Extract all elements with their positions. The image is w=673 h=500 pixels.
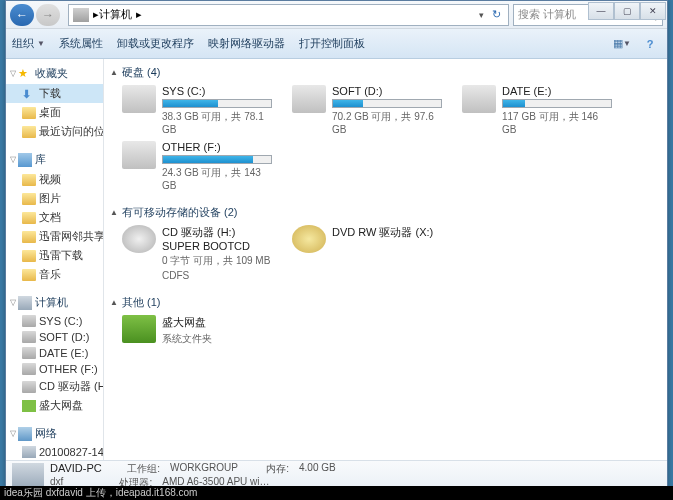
sidebar-item-music[interactable]: 音乐	[6, 265, 103, 284]
view-options-button[interactable]: ▦▼	[611, 33, 633, 55]
drive-icon	[22, 363, 36, 375]
drive-status: 0 字节 可用，共 109 MB	[162, 254, 272, 268]
picture-icon	[22, 193, 36, 205]
drive-name: 盛大网盘	[162, 315, 272, 330]
organize-button[interactable]: 组织▼	[12, 36, 45, 51]
drive-fs: CDFS	[162, 270, 272, 281]
drive-icon	[22, 315, 36, 327]
arrow-left-icon: ←	[16, 8, 28, 22]
library-icon	[18, 153, 32, 167]
chevron-down-icon: ▲	[110, 208, 118, 217]
sidebar-item-downloads[interactable]: ⬇下载	[6, 84, 103, 103]
address-path: 计算机	[99, 7, 132, 22]
group-other-header[interactable]: ▲其他 (1)	[104, 289, 667, 313]
computer-icon	[73, 8, 89, 22]
sidebar-computer-header[interactable]: ▽计算机	[6, 292, 103, 313]
maximize-button[interactable]: ▢	[614, 2, 640, 20]
computer-icon	[12, 463, 44, 489]
drive-name: SOFT (D:)	[332, 85, 442, 97]
drive-icon	[292, 225, 326, 253]
nav-back-button[interactable]: ←	[10, 4, 34, 26]
star-icon: ★	[18, 67, 32, 81]
help-button[interactable]: ?	[639, 33, 661, 55]
drive-name: DVD RW 驱动器 (X:)	[332, 225, 442, 240]
sidebar-item-drive-e[interactable]: DATE (E:)	[6, 345, 103, 361]
cd-icon	[22, 381, 36, 393]
drive-icon	[122, 225, 156, 253]
capacity-bar	[502, 99, 612, 108]
drive-item[interactable]: OTHER (F:)24.3 GB 可用，共 143 GB	[122, 141, 272, 191]
drive-name: DATE (E:)	[502, 85, 612, 97]
group-removable-header[interactable]: ▲有可移动存储的设备 (2)	[104, 199, 667, 223]
sidebar-item-videos[interactable]: 视频	[6, 170, 103, 189]
view-icon: ▦	[613, 37, 623, 50]
minimize-button[interactable]: —	[588, 2, 614, 20]
drive-icon	[122, 85, 156, 113]
sidebar-item-documents[interactable]: 文档	[6, 208, 103, 227]
sidebar-item-xunlei-share[interactable]: 迅雷网邻共享	[6, 227, 103, 246]
titlebar: ← → ▸ 计算机 ▸ ▾ ↻ 搜索 计算机 🔍 — ▢ ✕	[6, 1, 667, 29]
drive-status: 38.3 GB 可用，共 78.1 GB	[162, 110, 272, 135]
address-dropdown-icon[interactable]: ▾	[474, 10, 488, 20]
nav-forward-button[interactable]: →	[36, 4, 60, 26]
explorer-window: ← → ▸ 计算机 ▸ ▾ ↻ 搜索 计算机 🔍 — ▢ ✕ 组织▼ 系统属性 …	[5, 0, 668, 490]
chevron-down-icon: ▲	[110, 68, 118, 77]
netdisk-icon	[22, 400, 36, 412]
group-hdd-header[interactable]: ▲硬盘 (4)	[104, 59, 667, 83]
capacity-bar	[162, 155, 272, 164]
drive-status: 70.2 GB 可用，共 97.6 GB	[332, 110, 442, 135]
drive-icon	[122, 141, 156, 169]
drive-icon	[22, 347, 36, 359]
sidebar-item-recent[interactable]: 最近访问的位置	[6, 122, 103, 141]
status-title: DAVID-PC	[50, 462, 102, 476]
capacity-bar	[332, 99, 442, 108]
video-icon	[22, 174, 36, 186]
sidebar-item-drive-c[interactable]: SYS (C:)	[6, 313, 103, 329]
drive-icon	[122, 315, 156, 343]
recent-icon	[22, 126, 36, 138]
chevron-down-icon: ▲	[110, 298, 118, 307]
drive-item[interactable]: CD 驱动器 (H:) SUPER BOOTCD0 字节 可用，共 109 MB…	[122, 225, 272, 281]
sidebar-item-desktop[interactable]: 桌面	[6, 103, 103, 122]
sidebar-item-drive-h[interactable]: CD 驱动器 (H:) S	[6, 377, 103, 396]
drive-item[interactable]: SYS (C:)38.3 GB 可用，共 78.1 GB	[122, 85, 272, 135]
sidebar-item-pictures[interactable]: 图片	[6, 189, 103, 208]
sidebar-item-drive-d[interactable]: SOFT (D:)	[6, 329, 103, 345]
drive-icon	[22, 331, 36, 343]
drive-item[interactable]: DVD RW 驱动器 (X:)	[292, 225, 442, 281]
folder-icon	[22, 231, 36, 243]
watermark: idea乐园 dxfdavid 上传，ideapad.it168.com	[0, 486, 673, 500]
drive-name: OTHER (F:)	[162, 141, 272, 153]
capacity-bar	[162, 99, 272, 108]
map-network-drive-button[interactable]: 映射网络驱动器	[208, 36, 285, 51]
sidebar-item-xunlei-dl[interactable]: 迅雷下载	[6, 246, 103, 265]
music-icon	[22, 269, 36, 281]
uninstall-programs-button[interactable]: 卸载或更改程序	[117, 36, 194, 51]
drive-name: CD 驱动器 (H:) SUPER BOOTCD	[162, 225, 272, 252]
download-icon: ⬇	[22, 88, 36, 100]
address-bar[interactable]: ▸ 计算机 ▸ ▾ ↻	[68, 4, 509, 26]
drive-icon	[462, 85, 496, 113]
sidebar-libraries-header[interactable]: ▽库	[6, 149, 103, 170]
open-control-panel-button[interactable]: 打开控制面板	[299, 36, 365, 51]
drive-status: 系统文件夹	[162, 332, 272, 346]
drive-item[interactable]: SOFT (D:)70.2 GB 可用，共 97.6 GB	[292, 85, 442, 135]
drive-name: SYS (C:)	[162, 85, 272, 97]
folder-icon	[22, 250, 36, 262]
drive-item[interactable]: 盛大网盘系统文件夹	[122, 315, 272, 346]
document-icon	[22, 212, 36, 224]
toolbar: 组织▼ 系统属性 卸载或更改程序 映射网络驱动器 打开控制面板 ▦▼ ?	[6, 29, 667, 59]
drive-item[interactable]: DATE (E:)117 GB 可用，共 146 GB	[462, 85, 612, 135]
sidebar-favorites-header[interactable]: ▽★收藏夹	[6, 63, 103, 84]
network-icon	[18, 427, 32, 441]
refresh-icon[interactable]: ↻	[488, 8, 504, 21]
content-pane: ▲硬盘 (4) SYS (C:)38.3 GB 可用，共 78.1 GB SOF…	[104, 59, 667, 460]
system-properties-button[interactable]: 系统属性	[59, 36, 103, 51]
sidebar-network-header[interactable]: ▽网络	[6, 423, 103, 444]
computer-icon	[18, 296, 32, 310]
pc-icon	[22, 446, 36, 458]
sidebar-item-netdisk[interactable]: 盛大网盘	[6, 396, 103, 415]
sidebar-item-drive-f[interactable]: OTHER (F:)	[6, 361, 103, 377]
sidebar-network-item[interactable]: 20100827-1406	[6, 444, 103, 460]
close-button[interactable]: ✕	[640, 2, 666, 20]
